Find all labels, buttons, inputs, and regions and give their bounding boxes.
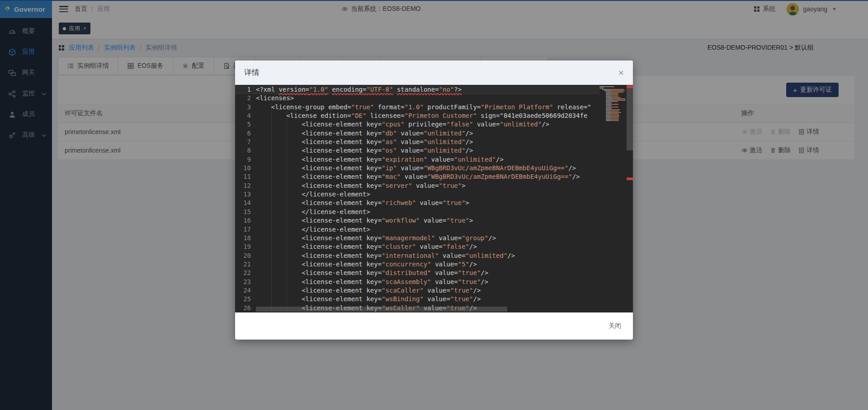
- minimap-line: [606, 117, 619, 118]
- code-line: 18 <license-element key="managermodel" v…: [235, 234, 599, 242]
- line-number: 26: [237, 304, 251, 312]
- code-line: 23 <license-element key="scaAssembly" va…: [235, 278, 599, 286]
- error-marker: [627, 177, 633, 180]
- line-number: 22: [237, 269, 251, 277]
- modal-title: 详情: [244, 67, 259, 78]
- code-line: 25 <license-element key="wsBinding" valu…: [235, 295, 599, 303]
- line-number: 14: [237, 199, 251, 207]
- line-number: 20: [237, 252, 251, 260]
- minimap-line: [606, 115, 619, 116]
- minimap-line: [602, 89, 624, 90]
- line-number: 23: [237, 278, 251, 286]
- code-line: 16 <license-element key="workflow" value…: [235, 216, 599, 225]
- modal-footer: 关闭: [235, 312, 633, 340]
- minimap-line: [604, 90, 625, 91]
- code-line: 21 <license-element key="concurrency" va…: [235, 260, 599, 269]
- code-line: 6 <license-element key="db" value="unlim…: [235, 129, 599, 138]
- code-lines: 1<?xml version="1.0" encoding="UTF-8" st…: [235, 85, 599, 312]
- minimap-line: [599, 88, 604, 89]
- minimap-line: [606, 92, 623, 93]
- code-line: 7 <license-element key="as" value="unlim…: [235, 138, 599, 146]
- line-number: 3: [237, 103, 251, 112]
- minimap-line: [606, 105, 612, 106]
- line-number: 9: [237, 155, 251, 164]
- minimap-line: [606, 97, 620, 98]
- vertical-scrollbar-thumb[interactable]: [627, 85, 633, 150]
- code-editor[interactable]: 1<?xml version="1.0" encoding="UTF-8" st…: [235, 85, 633, 312]
- minimap-line: [606, 93, 618, 94]
- minimap-line: [606, 102, 612, 103]
- line-number: 6: [237, 129, 251, 138]
- code-line: 20 <license-element key="international" …: [235, 252, 599, 260]
- code-line: 5 <license-element key="cpus" privilege=…: [235, 120, 599, 129]
- line-number: 7: [237, 138, 251, 146]
- line-number: 13: [237, 190, 251, 199]
- line-number: 18: [237, 234, 251, 242]
- minimap-line: [606, 109, 620, 110]
- detail-modal: 详情 × 1<?xml version="1.0" encoding="UTF-…: [235, 61, 633, 340]
- close-icon[interactable]: ×: [618, 68, 624, 77]
- line-number: 25: [237, 295, 251, 303]
- line-number: 8: [237, 146, 251, 155]
- line-number: 1: [237, 85, 251, 94]
- minimap-line: [606, 113, 618, 114]
- minimap-line: [606, 100, 625, 101]
- code-line: 19 <license-element key="cluster" value=…: [235, 242, 599, 251]
- minimap-line: [606, 119, 619, 120]
- line-number: 17: [237, 225, 251, 234]
- line-number: 11: [237, 172, 251, 181]
- line-number: 16: [237, 216, 251, 225]
- modal-header: 详情 ×: [235, 61, 633, 85]
- line-number: 5: [237, 120, 251, 129]
- minimap-line: [606, 120, 618, 121]
- code-line: 14 <license-element key="richweb" value=…: [235, 199, 599, 207]
- code-line: 13 </license-element>: [235, 190, 599, 199]
- line-number: 19: [237, 242, 251, 251]
- line-number: 21: [237, 260, 251, 269]
- error-marker: [627, 85, 633, 88]
- minimap-line: [606, 107, 618, 107]
- code-line: 8 <license-element key="os" value="unlim…: [235, 146, 599, 155]
- code-line: 9 <license-element key="expiration" valu…: [235, 155, 599, 164]
- code-line: 11 <license-element key="mac" value="WBg…: [235, 172, 599, 181]
- minimap-line: [606, 104, 618, 105]
- minimap-line: [606, 108, 612, 109]
- close-button[interactable]: 关闭: [609, 322, 621, 330]
- minimap-line: [606, 112, 621, 113]
- line-number: 15: [237, 208, 251, 216]
- code-line: 24 <license-element key="scaCaller" valu…: [235, 286, 599, 295]
- code-line: 22 <license-element key="distributed" va…: [235, 269, 599, 277]
- minimap-line: [606, 94, 618, 95]
- line-number: 10: [237, 164, 251, 172]
- minimap-line: [599, 86, 614, 87]
- minimap-line: [606, 111, 618, 112]
- minimap-line: [606, 96, 618, 97]
- code-line: 4 <license edition="DE" licensee="Primet…: [235, 112, 599, 120]
- code-line: 12 <license-element key="server" value="…: [235, 182, 599, 190]
- code-line: 2<licenses>: [235, 94, 599, 102]
- code-line: 17 </license-element>: [235, 225, 599, 234]
- code-line: 3 <license-group embed="true" format="1.…: [235, 103, 599, 112]
- minimap-line: [606, 116, 619, 117]
- line-number: 2: [237, 94, 251, 102]
- horizontal-scrollbar-thumb[interactable]: [256, 307, 507, 312]
- code-line: 10 <license-element key="ip" value="WBgB…: [235, 164, 599, 172]
- minimap-line: [606, 98, 625, 99]
- minimap-line: [606, 101, 618, 102]
- minimap[interactable]: [599, 86, 627, 121]
- line-number: 24: [237, 286, 251, 295]
- code-line: 1<?xml version="1.0" encoding="UTF-8" st…: [235, 85, 599, 94]
- code-line: 15 </license-element>: [235, 208, 599, 216]
- line-number: 12: [237, 182, 251, 190]
- line-number: 4: [237, 112, 251, 120]
